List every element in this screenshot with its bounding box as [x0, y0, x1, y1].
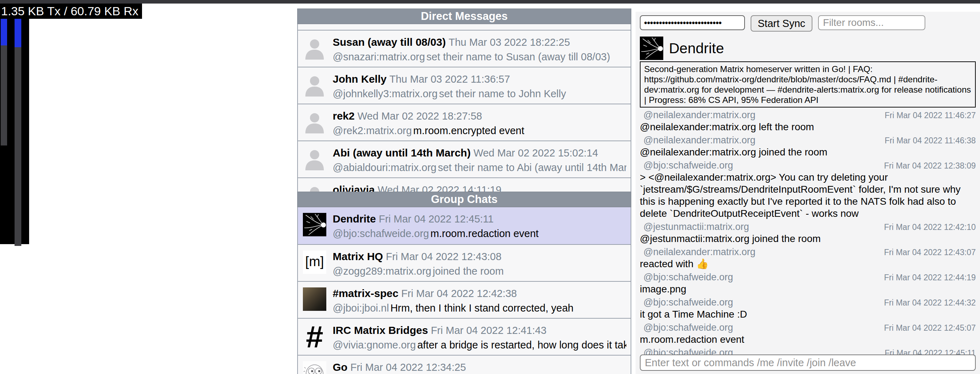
message-sender: @neilalexander:matrix.org — [640, 109, 756, 121]
room-row-rek2[interactable]: rek2Wed Mar 02 2022 18:27:58 @rek2:matri… — [298, 104, 631, 141]
room-last-sender: @snazari:matrix.org — [333, 51, 425, 62]
photo-avatar — [303, 287, 326, 311]
message-timestamp: Fri Mar 04 2022 12:38:09 — [884, 161, 976, 171]
room-row-text: IRC Matrix BridgesFri Mar 04 2022 12:41:… — [333, 323, 626, 355]
hash-avatar-icon: # — [303, 324, 326, 348]
message-body: m.room.redaction event — [640, 334, 976, 345]
room-row-text: DendriteFri Mar 04 2022 12:45:11 @bjo:sc… — [333, 211, 539, 244]
room-row-susan[interactable]: Susan (away till 08/03)Thu Mar 03 2022 1… — [298, 30, 631, 67]
message: @jestunmactii:matrix.orgFri Mar 04 2022 … — [640, 221, 976, 245]
room-last-sender: @bjo:schafweide.org — [333, 228, 429, 239]
bandwidth-bar — [14, 15, 21, 246]
room-row-oliviavia[interactable]: oliviaviaWed Mar 02 2022 14:11:19 — [298, 177, 631, 192]
room-name: rek2 — [333, 110, 355, 122]
message-timestamp: Fri Mar 04 2022 12:45:07 — [884, 323, 976, 333]
room-name: IRC Matrix Bridges — [333, 324, 428, 336]
message-body: @neilalexander:matrix.org joined the roo… — [640, 146, 976, 158]
top-border-strip — [0, 0, 980, 3]
network-stats: 1.35 KB Tx / 60.79 KB Rx — [0, 3, 142, 19]
room-timestamp: Fri Mar 04 2022 12:41:43 — [431, 325, 546, 336]
room-timestamp: Wed Mar 02 2022 14:11:19 — [377, 184, 501, 192]
message-list: @neilalexander:matrix.orgFri Mar 04 2022… — [640, 109, 976, 371]
message: @bjo:schafweide.orgFri Mar 04 2022 12:44… — [640, 296, 976, 320]
message-timestamp: Fri Mar 04 2022 12:42:10 — [884, 222, 976, 232]
room-row-matrix-hq[interactable]: [m] Matrix HQFri Mar 04 2022 12:43:08 @z… — [298, 244, 631, 281]
message-body: > <@neilalexander:matrix.org> You can tr… — [640, 171, 976, 220]
room-name: Matrix HQ — [333, 250, 383, 262]
sync-controls: Start Sync — [640, 15, 976, 32]
bar-segment-blue — [1, 16, 7, 45]
room-last-sender: @abialdouri:matrix.org — [333, 162, 436, 173]
bar-segment-blue — [14, 17, 21, 47]
room-row-go[interactable]: GoFri Mar 04 2022 12:34:25 — [298, 355, 631, 374]
room-timestamp: Fri Mar 04 2022 12:43:08 — [386, 251, 502, 262]
group-chats-list: DendriteFri Mar 04 2022 12:45:11 @bjo:sc… — [297, 207, 631, 374]
message: @neilalexander:matrix.orgFri Mar 04 2022… — [640, 246, 976, 270]
message-body: @neilalexander:matrix.org left the room — [640, 121, 976, 133]
person-avatar-icon — [303, 73, 326, 97]
chat-panel: Start Sync Dendrite Second-generation Ma… — [636, 12, 980, 374]
room-row-irc-matrix-bridges[interactable]: # IRC Matrix BridgesFri Mar 04 2022 12:4… — [298, 318, 631, 355]
person-avatar-icon — [303, 184, 326, 192]
bandwidth-graph — [0, 3, 29, 244]
room-name: #matrix-spec — [333, 287, 398, 299]
message: @neilalexander:matrix.orgFri Mar 04 2022… — [640, 109, 976, 133]
room-row-abi[interactable]: Abi (away until 14th March)Wed Mar 02 20… — [298, 141, 631, 177]
bar-segment-gray — [14, 47, 21, 246]
room-row-text: Susan (away till 08/03)Thu Mar 03 2022 1… — [333, 35, 610, 67]
access-token-input[interactable] — [640, 15, 745, 30]
message-body: reacted with 👍 — [640, 258, 976, 270]
message-sender: @neilalexander:matrix.org — [640, 246, 756, 258]
room-row-dendrite[interactable]: DendriteFri Mar 04 2022 12:45:11 @bjo:sc… — [298, 207, 631, 244]
bandwidth-bar — [1, 16, 7, 146]
person-avatar-icon — [303, 147, 326, 170]
room-timestamp: Thu Mar 03 2022 18:22:25 — [449, 36, 570, 48]
room-row-text: Matrix HQFri Mar 04 2022 12:43:08 @zogg2… — [333, 249, 504, 281]
message: @bjo:schafweide.orgFri Mar 04 2022 12:38… — [640, 159, 976, 220]
room-last-sender: @johnkelly3:matrix.org — [333, 88, 438, 99]
room-last-sender: @zogg289:matrix.org — [333, 265, 431, 277]
room-name: oliviavia — [333, 184, 375, 192]
room-last-message: after a bridge is restarted, how long do… — [417, 339, 626, 350]
room-row-text: Abi (away until 14th March)Wed Mar 02 20… — [333, 146, 626, 177]
dendrite-avatar-icon — [303, 213, 326, 236]
message-body: image.png — [640, 283, 976, 295]
room-row-john-kelly[interactable]: John KellyThu Mar 03 2022 11:36:57 @john… — [298, 67, 631, 104]
room-title: Dendrite — [669, 40, 724, 57]
room-last-message: set their name to John Kelly — [439, 88, 566, 99]
message-sender: @bjo:schafweide.org — [640, 159, 733, 171]
room-last-message: m.room.encrypted event — [413, 125, 525, 136]
filter-rooms-input[interactable] — [818, 15, 925, 30]
message-timestamp: Fri Mar 04 2022 12:43:07 — [884, 248, 976, 257]
room-timestamp: Thu Mar 03 2022 11:36:57 — [390, 73, 510, 85]
room-topic: Second-generation Matrix homeserver writ… — [640, 62, 976, 108]
message-composer-input[interactable] — [640, 355, 976, 371]
start-sync-button[interactable]: Start Sync — [751, 15, 812, 32]
room-row-text: John KellyThu Mar 03 2022 11:36:57 @john… — [333, 72, 566, 104]
message-sender: @bjo:schafweide.org — [640, 296, 733, 308]
message-sender: @bjo:schafweide.org — [640, 322, 733, 334]
room-header: Dendrite — [640, 36, 976, 60]
message-sender: @bjo:schafweide.org — [640, 271, 733, 283]
message-body: @jestunmactii:matrix.org joined the room — [640, 233, 976, 245]
person-avatar-icon — [303, 110, 326, 133]
room-timestamp: Fri Mar 04 2022 12:34:25 — [350, 361, 466, 373]
message-timestamp: Fri Mar 04 2022 11:46:38 — [885, 136, 976, 146]
message-timestamp: Fri Mar 04 2022 12:44:32 — [884, 298, 976, 307]
room-last-message: Hrm, then I think I stand corrected, yea… — [390, 302, 573, 314]
message-sender: @jestunmactii:matrix.org — [640, 221, 749, 233]
room-name: Abi (away until 14th March) — [333, 147, 471, 158]
message: @bjo:schafweide.orgFri Mar 04 2022 12:45… — [640, 322, 976, 345]
message-timestamp: Fri Mar 04 2022 12:44:19 — [884, 273, 976, 282]
room-last-sender: @vivia:gnome.org — [333, 339, 416, 350]
group-chats-header: Group Chats — [297, 192, 631, 207]
room-timestamp: Wed Mar 02 2022 18:27:58 — [358, 110, 482, 122]
room-row-text: rek2Wed Mar 02 2022 18:27:58 @rek2:matri… — [333, 109, 525, 141]
room-name: John Kelly — [333, 73, 387, 85]
room-list-column: Direct Messages Susan (away till 08/03)T… — [297, 8, 631, 374]
room-last-message: joined the room — [433, 265, 504, 277]
room-last-message: set their name to Susan (away till 08/03… — [426, 51, 610, 62]
room-row-matrix-spec[interactable]: #matrix-specFri Mar 04 2022 12:42:38 @jb… — [298, 281, 631, 318]
room-last-message: set their name to Abi (away until 14th M… — [438, 162, 626, 173]
message-sender: @neilalexander:matrix.org — [640, 134, 756, 146]
